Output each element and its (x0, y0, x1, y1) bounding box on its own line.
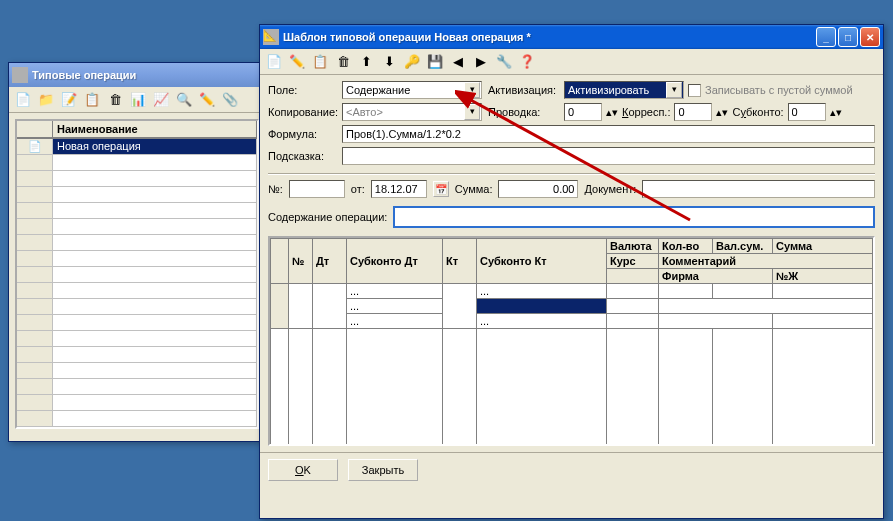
th-no[interactable]: № (289, 239, 313, 284)
hint-label: Подсказка: (268, 150, 336, 162)
tb-prev-icon[interactable]: ◀ (448, 52, 468, 72)
tb-help-icon[interactable]: ❓ (517, 52, 537, 72)
back-window: Типовые операции 📄 📁 📝 📋 🗑 📊 📈 🔍 ✏️ 📎 На… (8, 62, 266, 442)
cell-subdt-1[interactable]: ... (347, 284, 443, 299)
posting-input[interactable] (564, 103, 602, 121)
tool-edit-icon[interactable]: 📝 (59, 90, 79, 110)
row-icon: 📄 (17, 139, 53, 154)
ok-button[interactable]: OK (268, 459, 338, 481)
list-row[interactable]: 📄 Новая операция (17, 139, 257, 155)
th-sum[interactable]: Сумма (773, 239, 873, 254)
field-select[interactable] (342, 81, 482, 99)
tb-a-icon[interactable]: 🔧 (494, 52, 514, 72)
copy-label: Копирование: (268, 106, 336, 118)
calendar-icon[interactable]: 📅 (433, 181, 449, 197)
cell-subdt-3[interactable]: ... (347, 314, 443, 329)
th-kt[interactable]: Кт (443, 239, 477, 284)
main-titlebar[interactable]: 📐 Шаблон типовой операции Новая операция… (260, 25, 883, 49)
close-button[interactable]: ✕ (860, 27, 880, 47)
no-label: №: (268, 183, 283, 195)
tb-next-icon[interactable]: ▶ (471, 52, 491, 72)
col-icon[interactable] (17, 121, 53, 138)
subconto-label: Субконто: (732, 106, 783, 118)
tool-a-icon[interactable]: 📊 (128, 90, 148, 110)
from-label: от: (351, 183, 365, 195)
tb-new-icon[interactable]: 📄 (264, 52, 284, 72)
doc-input[interactable] (642, 180, 875, 198)
grid-row[interactable]: ... ... (271, 284, 873, 299)
tool-c-icon[interactable]: 🔍 (174, 90, 194, 110)
activation-select[interactable] (564, 81, 684, 99)
th-qty[interactable]: Кол-во (659, 239, 713, 254)
tool-del-icon[interactable]: 🗑 (105, 90, 125, 110)
grid-row[interactable]: ... ... (271, 314, 873, 329)
formula-input[interactable] (342, 125, 875, 143)
formula-label: Формула: (268, 128, 336, 140)
no-input[interactable] (289, 180, 345, 198)
tb-save-icon[interactable]: 💾 (425, 52, 445, 72)
tool-e-icon[interactable]: 📎 (220, 90, 240, 110)
tool-copy-icon[interactable]: 📋 (82, 90, 102, 110)
back-titlebar[interactable]: Типовые операции (9, 63, 265, 87)
field-label: Поле: (268, 84, 336, 96)
close-window-button[interactable]: Закрыть (348, 459, 418, 481)
entries-grid[interactable]: № Дт Субконто Дт Кт Субконто Кт Валюта К… (268, 236, 875, 446)
maximize-button[interactable]: □ (838, 27, 858, 47)
minimize-button[interactable]: _ (816, 27, 836, 47)
th-valsum[interactable]: Вал.сум. (713, 239, 773, 254)
tb-up-icon[interactable]: ⬆ (356, 52, 376, 72)
tb-del-icon[interactable]: 🗑 (333, 52, 353, 72)
write-empty-checkbox[interactable] (688, 84, 701, 97)
activation-label: Активизация: (488, 84, 558, 96)
th-idx[interactable] (271, 239, 289, 284)
main-toolbar: 📄 ✏️ 📋 🗑 ⬆ ⬇ 🔑 💾 ◀ ▶ 🔧 ❓ (260, 49, 883, 75)
col-name[interactable]: Наименование (53, 121, 257, 138)
sum-input[interactable] (498, 180, 578, 198)
cell-subkt-3[interactable]: ... (477, 314, 607, 329)
date-input[interactable] (371, 180, 427, 198)
corresp-input[interactable] (674, 103, 712, 121)
app-icon: 📐 (263, 29, 279, 45)
content-input[interactable] (393, 206, 875, 228)
cell-subdt-2[interactable]: ... (347, 299, 443, 314)
tool-new-icon[interactable]: 📄 (13, 90, 33, 110)
write-empty-label: Записывать с пустой суммой (705, 84, 853, 96)
tool-b-icon[interactable]: 📈 (151, 90, 171, 110)
tb-down-icon[interactable]: ⬇ (379, 52, 399, 72)
cell-subkt-1[interactable]: ... (477, 284, 607, 299)
sum-label: Сумма: (455, 183, 493, 195)
row-name: Новая операция (53, 139, 257, 154)
tb-key-icon[interactable]: 🔑 (402, 52, 422, 72)
tool-folder-icon[interactable]: 📁 (36, 90, 56, 110)
list-header: Наименование (17, 121, 257, 139)
th-dt[interactable]: Дт (313, 239, 347, 284)
th-subdt[interactable]: Субконто Дт (347, 239, 443, 284)
back-title: Типовые операции (32, 69, 262, 81)
th-currency[interactable]: Валюта (607, 239, 659, 254)
subconto-input[interactable] (788, 103, 826, 121)
tb-edit-icon[interactable]: ✏️ (287, 52, 307, 72)
posting-label: Проводка: (488, 106, 558, 118)
th-rate[interactable]: Курс (607, 254, 659, 269)
corresp-label: Корресп.: (622, 106, 670, 118)
tool-d-icon[interactable]: ✏️ (197, 90, 217, 110)
th-nj[interactable]: №Ж (773, 269, 873, 284)
doc-label: Документ: (584, 183, 636, 195)
operations-list[interactable]: Наименование 📄 Новая операция (15, 119, 259, 429)
main-title: Шаблон типовой операции Новая операция * (283, 31, 816, 43)
grid-row[interactable]: ... (271, 299, 873, 314)
th-blank[interactable] (607, 269, 659, 284)
th-comment[interactable]: Комментарий (659, 254, 873, 269)
content-label: Содержание операции: (268, 211, 387, 223)
cell-subkt-2-selected[interactable] (477, 299, 607, 314)
th-subkt[interactable]: Субконто Кт (477, 239, 607, 284)
tb-copy-icon[interactable]: 📋 (310, 52, 330, 72)
th-firm[interactable]: Фирма (659, 269, 773, 284)
app-icon (12, 67, 28, 83)
back-toolbar: 📄 📁 📝 📋 🗑 📊 📈 🔍 ✏️ 📎 (9, 87, 265, 113)
copy-select[interactable] (342, 103, 482, 121)
main-window: 📐 Шаблон типовой операции Новая операция… (259, 24, 884, 519)
hint-input[interactable] (342, 147, 875, 165)
